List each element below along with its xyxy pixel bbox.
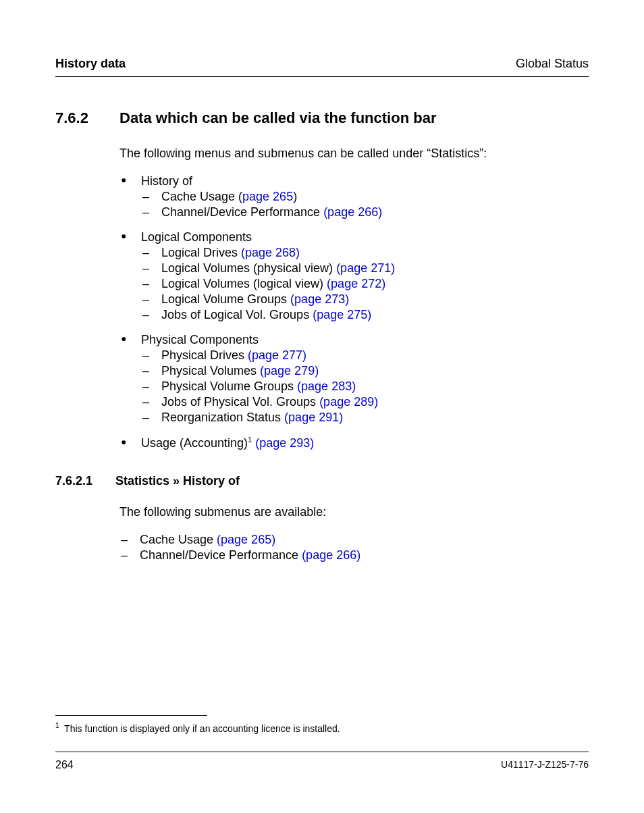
page-link[interactable]: (page 293) [255, 436, 314, 450]
list-item: Jobs of Physical Vol. Groups (page 289) [141, 394, 589, 410]
list-item: Cache Usage (page 265) [119, 532, 589, 548]
page-link[interactable]: (page 265) [217, 533, 275, 546]
section-heading: 7.6.2 Data which can be called via the f… [55, 109, 589, 127]
list-item: Channel/Device Performance (page 266) [119, 548, 589, 563]
page-link[interactable]: (page 268) [241, 246, 300, 259]
footnote-text: This function is displayed only if an ac… [64, 723, 340, 734]
header-right: Global Status [516, 57, 589, 71]
page-link[interactable]: (page 283) [297, 379, 356, 393]
page-link[interactable]: page 265 [242, 190, 293, 203]
footnote-ref: 1 [248, 436, 252, 444]
subsection-list: Cache Usage (page 265) Channel/Device Pe… [119, 532, 589, 563]
page-number: 264 [55, 759, 74, 771]
top-list: History of Cache Usage (page 265) Channe… [119, 174, 589, 451]
page-link[interactable]: (page 289) [319, 395, 378, 409]
footnote-marker: 1 [55, 722, 59, 729]
list-item: Physical Drives (page 277) [141, 348, 589, 363]
footnote-block: 1 This function is displayed only if an … [55, 715, 589, 735]
page-link[interactable]: (page 291) [284, 411, 343, 424]
subsection-number: 7.6.2.1 [55, 474, 106, 488]
page-link[interactable]: (page 266) [302, 548, 360, 562]
doc-id: U41117-J-Z125-7-76 [501, 759, 589, 771]
list-item: Logical Drives (page 268) [141, 245, 589, 261]
page-link[interactable]: (page 273) [290, 292, 349, 306]
page-link[interactable]: (page 277) [248, 348, 306, 362]
page-link[interactable]: (page 271) [336, 261, 395, 275]
list-item: Physical Components Physical Drives (pag… [119, 332, 589, 425]
list-item: Physical Volume Groups (page 283) [141, 379, 589, 394]
list-item: Cache Usage (page 265) [141, 189, 589, 205]
list-item: Logical Volume Groups (page 273) [141, 292, 589, 307]
usage-label: Usage (Accounting) [141, 436, 248, 450]
group-label: History of [141, 174, 192, 188]
list-item: History of Cache Usage (page 265) Channe… [119, 174, 589, 220]
group-label: Logical Components [141, 230, 252, 244]
list-item: Reorganization Status (page 291) [141, 410, 589, 425]
list-item: Logical Volumes (logical view) (page 272… [141, 276, 589, 292]
page-footer: 264 U41117-J-Z125-7-76 [55, 752, 589, 771]
list-item: Jobs of Logical Vol. Groups (page 275) [141, 307, 589, 323]
page-link[interactable]: (page 279) [260, 364, 319, 377]
group-label: Physical Components [141, 333, 259, 346]
running-header: History data Global Status [55, 57, 589, 77]
page-link[interactable]: (page 275) [313, 308, 371, 321]
list-item: Logical Volumes (physical view) (page 27… [141, 261, 589, 276]
list-item: Usage (Accounting)1 (page 293) [119, 436, 589, 451]
footnote: 1 This function is displayed only if an … [55, 723, 589, 735]
footnote-rule [55, 715, 207, 716]
list-item: Physical Volumes (page 279) [141, 363, 589, 379]
page-link[interactable]: (page 272) [327, 277, 385, 290]
subsection-heading: 7.6.2.1 Statistics » History of [55, 474, 589, 488]
list-item: Logical Components Logical Drives (page … [119, 230, 589, 323]
list-item: Channel/Device Performance (page 266) [141, 205, 589, 220]
section-intro: The following menus and submenus can be … [119, 146, 589, 161]
footer-rule [55, 752, 589, 752]
page-link[interactable]: (page 266) [323, 205, 382, 219]
section-title: Data which can be called via the functio… [119, 109, 436, 127]
section-number: 7.6.2 [55, 109, 106, 127]
subsection-intro: The following submenus are available: [119, 504, 589, 520]
header-left: History data [55, 57, 126, 71]
subsection-title: Statistics » History of [115, 474, 240, 488]
